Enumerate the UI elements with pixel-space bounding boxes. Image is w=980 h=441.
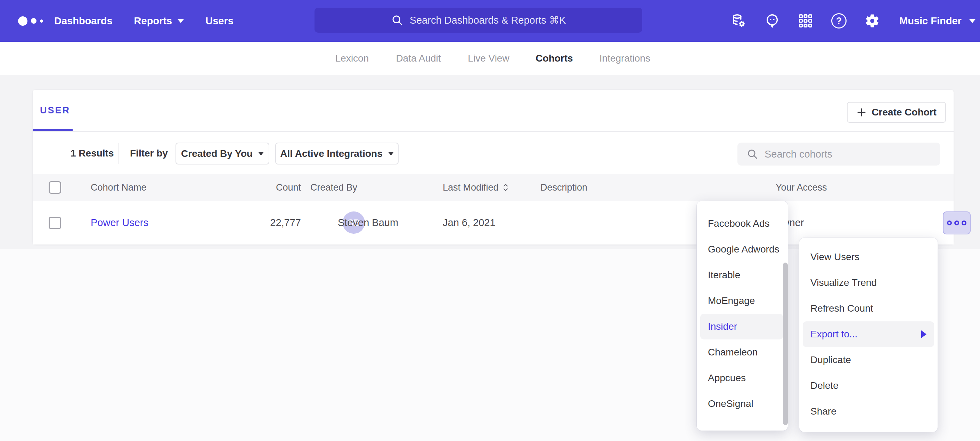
submenu-item-label: Appcues	[708, 372, 746, 383]
menu-item-delete[interactable]: Delete	[799, 373, 938, 399]
menu-item-label: Share	[810, 406, 837, 417]
submenu-item-label: Google Adwords	[708, 244, 779, 255]
created-by-cell: Steven Baum	[338, 201, 398, 244]
help-icon[interactable]: ?	[831, 13, 847, 29]
column-label: Count	[276, 182, 301, 193]
row-checkbox-cell	[49, 201, 61, 244]
submenu-item-label: Braze	[708, 201, 733, 203]
sort-icon	[502, 182, 509, 193]
submenu-item-moengage[interactable]: MoEngage	[697, 288, 788, 314]
tab-label: Integrations	[600, 53, 650, 64]
nav-link-dashboards[interactable]: Dashboards	[54, 15, 113, 27]
submenu-scrollbar[interactable]	[783, 263, 788, 425]
nav-link-label: Reports	[134, 15, 172, 27]
mixpanel-logo-icon[interactable]	[18, 0, 43, 42]
tab-lexicon[interactable]: Lexicon	[336, 42, 369, 75]
create-cohort-button[interactable]: Create Cohort	[847, 102, 946, 123]
column-label: Created By	[310, 182, 357, 193]
column-header-count[interactable]: Count	[227, 174, 301, 201]
submenu-item-label: Chameleon	[708, 347, 757, 358]
help-glyph: ?	[836, 16, 842, 26]
logo-dot	[31, 18, 37, 24]
data-settings-icon[interactable]	[731, 13, 747, 29]
menu-item-share[interactable]: Share	[799, 399, 938, 424]
nav-link-label: Users	[205, 15, 234, 27]
apps-grid-icon[interactable]	[797, 13, 813, 29]
row-checkbox[interactable]	[49, 217, 61, 229]
submenu-item-insider[interactable]: Insider	[700, 314, 783, 339]
chevron-down-icon	[388, 152, 394, 155]
more-options-button[interactable]	[943, 211, 970, 235]
submenu-item-label: Iterable	[708, 270, 740, 281]
global-search-input[interactable]: Search Dashboards & Reports ⌘K	[315, 8, 642, 33]
nav-links: Dashboards Reports Users	[54, 0, 234, 42]
submenu-item-appcues[interactable]: Appcues	[697, 365, 788, 391]
column-label: Your Access	[776, 182, 827, 193]
menu-item-export-to[interactable]: Export to...	[803, 321, 934, 347]
submenu-item-onesignal[interactable]: OneSignal	[697, 391, 788, 417]
filter-integrations-dropdown[interactable]: All Active Integrations	[275, 142, 399, 165]
submenu-item-google-adwords[interactable]: Google Adwords	[697, 236, 788, 262]
global-search-placeholder: Search Dashboards & Reports ⌘K	[410, 14, 566, 26]
tab-integrations[interactable]: Integrations	[600, 42, 650, 75]
filter-label: Created By You	[181, 148, 253, 159]
submenu-item-label: MoEngage	[708, 295, 755, 307]
column-header-your-access[interactable]: Your Access	[776, 174, 827, 201]
column-header-cohort-name[interactable]: Cohort Name	[91, 174, 146, 201]
cohorts-page: Dashboards Reports Users Search Dashboar…	[0, 0, 980, 441]
cohort-name-cell: Power Users	[91, 201, 148, 244]
submenu-item-chameleon[interactable]: Chameleon	[697, 339, 788, 365]
submenu-item-braze[interactable]: Braze	[697, 201, 788, 211]
export-submenu: Braze Facebook Ads Google Adwords Iterab…	[697, 201, 788, 431]
select-all-checkbox-cell	[49, 174, 61, 201]
menu-item-duplicate[interactable]: Duplicate	[799, 347, 938, 373]
menu-item-label: Export to...	[810, 329, 858, 340]
column-header-last-modified[interactable]: Last Modified	[443, 174, 509, 201]
table-header: Cohort Name Count Created By Last Modifi…	[33, 174, 954, 201]
submenu-item-label: OneSignal	[708, 398, 753, 409]
submenu-item-iterable[interactable]: Iterable	[697, 262, 788, 288]
filter-label: All Active Integrations	[280, 148, 383, 159]
menu-item-label: Visualize Trend	[810, 277, 877, 288]
tab-live-view[interactable]: Live View	[468, 42, 509, 75]
filter-created-by-dropdown[interactable]: Created By You	[175, 142, 269, 165]
tab-user[interactable]: USER	[40, 105, 70, 116]
search-icon	[746, 148, 758, 160]
logo-dot	[18, 16, 27, 26]
search-cohorts-placeholder: Search cohorts	[765, 149, 832, 160]
nav-link-users[interactable]: Users	[205, 15, 234, 27]
tab-user-label: USER	[40, 105, 70, 115]
menu-item-view-users[interactable]: View Users	[799, 244, 938, 270]
column-header-created-by[interactable]: Created By	[310, 174, 357, 201]
submenu-item-label: Insider	[708, 321, 737, 332]
submenu-item-facebook-ads[interactable]: Facebook Ads	[697, 211, 788, 236]
project-switcher[interactable]: Music Finder	[899, 0, 975, 42]
menu-item-visualize-trend[interactable]: Visualize Trend	[799, 270, 938, 296]
submenu-item-label: Facebook Ads	[708, 218, 769, 229]
nav-link-reports[interactable]: Reports	[134, 15, 184, 27]
column-header-description[interactable]: Description	[540, 174, 587, 201]
search-icon	[391, 14, 404, 26]
search-cohorts-input[interactable]: Search cohorts	[737, 142, 940, 166]
select-all-checkbox[interactable]	[49, 181, 61, 194]
last-modified-cell: Jan 6, 2021	[443, 201, 496, 244]
tab-data-audit[interactable]: Data Audit	[396, 42, 441, 75]
menu-item-label: Duplicate	[810, 355, 851, 366]
settings-gear-icon[interactable]	[864, 13, 880, 29]
chevron-down-icon	[178, 19, 184, 23]
navbar-toolbar: ?	[731, 0, 880, 42]
divider	[33, 131, 954, 132]
feedback-icon[interactable]	[764, 13, 780, 29]
menu-item-refresh-count[interactable]: Refresh Count	[799, 296, 938, 321]
tab-label: Lexicon	[336, 53, 369, 64]
create-cohort-label: Create Cohort	[872, 107, 937, 118]
tab-cohorts[interactable]: Cohorts	[536, 42, 573, 75]
plus-icon	[856, 107, 867, 118]
project-name: Music Finder	[899, 15, 962, 27]
cohort-name-link[interactable]: Power Users	[91, 217, 148, 228]
more-options-icon	[962, 220, 966, 225]
more-options-icon	[947, 220, 952, 225]
menu-item-label: Delete	[810, 380, 838, 391]
tab-label: Live View	[468, 53, 509, 64]
column-label: Last Modified	[443, 182, 499, 193]
